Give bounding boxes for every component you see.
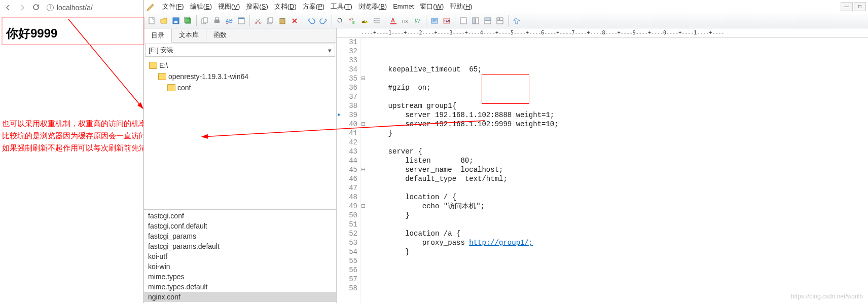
info-icon: i bbox=[47, 4, 54, 11]
toolbar-new-icon[interactable] bbox=[146, 15, 157, 26]
menu-item-8[interactable]: Emmet bbox=[390, 2, 417, 11]
sidebar-tab-functions[interactable]: 函数 bbox=[206, 28, 234, 42]
toolbar-open-icon[interactable] bbox=[158, 15, 169, 26]
code-line[interactable]: server { bbox=[371, 147, 868, 156]
toolbar-print-icon[interactable] bbox=[211, 15, 223, 26]
menu-item-7[interactable]: 浏览器(B) bbox=[355, 2, 390, 11]
code-line[interactable]: } bbox=[371, 211, 868, 220]
toolbar-spell-icon[interactable]: ABC bbox=[224, 15, 235, 26]
toolbar-layout1-icon[interactable] bbox=[458, 15, 469, 26]
file-item[interactable]: nginx.conf bbox=[144, 292, 336, 302]
file-item[interactable]: koi-utf bbox=[144, 251, 336, 261]
tree-item[interactable]: conf bbox=[147, 82, 333, 93]
code-link[interactable]: http://group1/; bbox=[469, 239, 533, 247]
code-text[interactable]: keepalive_timeout 65; #gzip on; upstream… bbox=[369, 37, 868, 303]
svg-rect-31 bbox=[473, 18, 475, 24]
file-list[interactable]: fastcgi.conffastcgi.conf.defaultfastcgi_… bbox=[144, 209, 336, 303]
url-display[interactable]: i localhost/a/ bbox=[47, 4, 93, 12]
menu-item-1[interactable]: 编辑(E) bbox=[187, 2, 215, 11]
toolbar-paste-icon[interactable] bbox=[277, 15, 288, 26]
menu-item-3[interactable]: 搜索(S) bbox=[243, 2, 271, 11]
window-buttons: — □ bbox=[841, 2, 866, 11]
sidebar-tab-textlib[interactable]: 文本库 bbox=[172, 28, 206, 42]
code-line[interactable] bbox=[371, 74, 868, 83]
toolbar-copy-path-icon[interactable] bbox=[199, 15, 210, 26]
svg-rect-6 bbox=[203, 18, 207, 23]
code-line[interactable]: keepalive_timeout 65; bbox=[371, 65, 868, 74]
toolbar-save-all-icon[interactable] bbox=[183, 15, 194, 26]
forward-button[interactable] bbox=[18, 4, 26, 12]
toolbar-font-color-icon[interactable]: A bbox=[388, 15, 399, 26]
file-item[interactable]: mime.types.default bbox=[144, 282, 336, 292]
svg-rect-32 bbox=[476, 18, 479, 24]
minimize-button[interactable]: — bbox=[841, 2, 853, 11]
file-item[interactable]: fastcgi.conf bbox=[144, 211, 336, 221]
file-item[interactable]: fastcgi_params bbox=[144, 231, 336, 241]
menu-item-2[interactable]: 视图(V) bbox=[215, 2, 243, 11]
toolbar-para1-icon[interactable] bbox=[429, 15, 440, 26]
toolbar-word-icon[interactable]: W bbox=[412, 15, 423, 26]
code-line[interactable] bbox=[371, 138, 868, 147]
tree-label: E:\ bbox=[159, 60, 168, 70]
toolbar-delete-icon[interactable] bbox=[289, 15, 300, 26]
drive-combo[interactable]: [E:] 安装 bbox=[145, 44, 335, 57]
code-line[interactable]: location /a { bbox=[371, 229, 868, 238]
code-line[interactable] bbox=[371, 284, 868, 293]
toolbar-find-icon[interactable] bbox=[335, 15, 346, 26]
fold-column[interactable]: ⊟ ⊟ ⊟ ⊟ bbox=[361, 37, 369, 303]
code-line[interactable] bbox=[371, 275, 868, 284]
code-line[interactable]: server_name localhost; bbox=[371, 165, 868, 174]
toolbar-layout2-icon[interactable] bbox=[470, 15, 481, 26]
code-line[interactable]: location / { bbox=[371, 193, 868, 202]
code-body[interactable]: 31 32 33 34 35 36 37 38 39 40 41 42 43 4… bbox=[337, 37, 868, 303]
code-line[interactable]: echo "访问本机"; bbox=[371, 202, 868, 211]
menu-item-4[interactable]: 文档(D) bbox=[271, 2, 300, 11]
menu-item-0[interactable]: 文件(F) bbox=[159, 2, 187, 11]
folder-tree[interactable]: E:\openresty-1.19.3.1-win64conf bbox=[144, 58, 336, 95]
tree-item[interactable]: openresty-1.19.3.1-win64 bbox=[147, 71, 333, 82]
code-line[interactable]: listen 80; bbox=[371, 156, 868, 165]
toolbar-undo-icon[interactable] bbox=[306, 15, 317, 26]
back-button[interactable] bbox=[4, 4, 12, 12]
toolbar-indent-icon[interactable] bbox=[371, 15, 382, 26]
menu-item-5[interactable]: 方案(P) bbox=[300, 2, 328, 11]
file-item[interactable]: fastcgi.conf.default bbox=[144, 221, 336, 231]
toolbar-save-icon[interactable] bbox=[170, 15, 182, 26]
maximize-button[interactable]: □ bbox=[854, 2, 866, 11]
code-line[interactable] bbox=[371, 183, 868, 193]
tree-item[interactable]: E:\ bbox=[147, 60, 333, 71]
code-line[interactable] bbox=[371, 220, 868, 229]
code-line[interactable] bbox=[371, 92, 868, 101]
code-line[interactable]: #gzip on; bbox=[371, 83, 868, 92]
toolbar-help-icon[interactable] bbox=[511, 15, 522, 26]
code-line[interactable]: proxy_pass http://group1/; bbox=[371, 238, 868, 247]
menu-item-6[interactable]: 工具(T) bbox=[328, 2, 355, 11]
code-line[interactable]: upstream group1{ bbox=[371, 101, 868, 110]
refresh-button[interactable] bbox=[32, 4, 41, 12]
toolbar-cut-icon[interactable] bbox=[252, 15, 264, 26]
svg-rect-15 bbox=[269, 18, 273, 23]
code-line[interactable]: } bbox=[371, 129, 868, 138]
toolbar-para2-icon[interactable]: 1AB bbox=[441, 15, 452, 26]
file-item[interactable]: mime.types bbox=[144, 272, 336, 282]
code-line[interactable]: server 192.168.1.102:8888 weight=1;▶ bbox=[371, 110, 868, 120]
menu-item-10[interactable]: 帮助(H) bbox=[447, 2, 475, 11]
code-line[interactable]: } bbox=[371, 247, 868, 256]
file-item[interactable]: fastcgi_params.default bbox=[144, 241, 336, 251]
file-item[interactable]: koi-win bbox=[144, 261, 336, 272]
toolbar-layout4-icon[interactable] bbox=[494, 15, 505, 26]
toolbar-find-replace-icon[interactable]: AB bbox=[347, 15, 358, 26]
ruler-text: ----+----1----+----2----+----3----+----4… bbox=[361, 30, 724, 35]
code-line[interactable]: default_type text/html; bbox=[371, 174, 868, 183]
sidebar-tab-directory[interactable]: 目录 bbox=[144, 29, 172, 43]
code-line[interactable]: server 192.168.1.102:9999 weight=10; bbox=[371, 120, 868, 129]
toolbar-copy-icon[interactable] bbox=[265, 15, 276, 26]
menu-item-9[interactable]: 窗口(W) bbox=[417, 2, 447, 11]
toolbar-view-icon[interactable] bbox=[236, 15, 247, 26]
toolbar-redo-icon[interactable] bbox=[318, 15, 329, 26]
code-line[interactable] bbox=[371, 256, 868, 266]
toolbar-highlight-icon[interactable]: ab bbox=[359, 15, 370, 26]
code-line[interactable] bbox=[371, 266, 868, 275]
toolbar-layout3-icon[interactable] bbox=[482, 15, 493, 26]
toolbar-hex-icon[interactable]: Hx bbox=[400, 15, 411, 26]
